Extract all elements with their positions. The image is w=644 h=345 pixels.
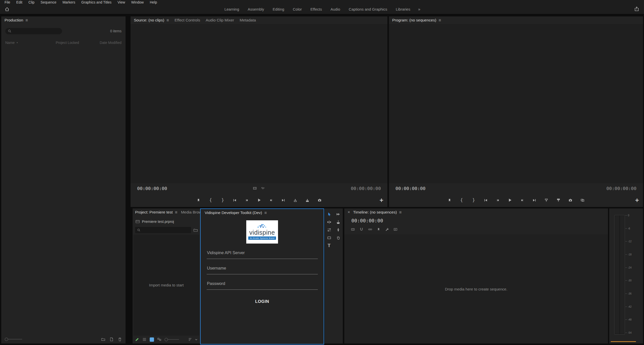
menu-file[interactable]: File <box>2 0 13 5</box>
comparison-view-icon[interactable] <box>579 197 586 203</box>
workspace-tab-assembly[interactable]: Assembly <box>243 5 268 13</box>
workspace-tab-color[interactable]: Color <box>289 5 306 13</box>
api-server-field[interactable] <box>207 250 318 259</box>
list-view-icon[interactable] <box>142 337 146 341</box>
hand-tool-icon[interactable] <box>335 234 342 241</box>
workspace-tab-libraries[interactable]: Libraries <box>391 5 415 13</box>
column-header-date-modified[interactable]: Date Modified <box>100 41 121 45</box>
mark-out-button[interactable]: } <box>471 197 477 203</box>
track-select-forward-tool-icon[interactable] <box>335 211 342 218</box>
password-field[interactable] <box>207 281 318 290</box>
sort-icon[interactable] <box>188 337 192 341</box>
menu-graphics-and-titles[interactable]: Graphics and Titles <box>78 0 114 5</box>
column-header-name[interactable]: Name ▼ <box>5 41 56 45</box>
production-search-input[interactable] <box>5 28 62 34</box>
new-bin-icon[interactable] <box>101 337 105 341</box>
tab-production[interactable]: Production ≡ <box>5 18 28 22</box>
drag-video-icon[interactable] <box>253 186 257 190</box>
program-current-timecode[interactable]: 00:00:00:00 <box>395 186 425 191</box>
username-field[interactable] <box>207 265 318 274</box>
home-icon[interactable] <box>4 6 10 13</box>
add-marker-icon[interactable] <box>377 228 380 231</box>
search-bin-folder-icon[interactable] <box>194 228 198 232</box>
zoom-slider-knob[interactable] <box>165 338 168 341</box>
snap-magnet-icon[interactable] <box>359 227 363 231</box>
project-zoom-slider[interactable] <box>165 338 179 341</box>
razor-tool-icon[interactable] <box>335 219 342 225</box>
project-file-row[interactable]: Premiere test.prproj <box>133 216 200 225</box>
source-current-timecode[interactable]: 00:00:00:00 <box>137 186 167 191</box>
step-forward-icon[interactable] <box>268 197 274 203</box>
program-button-editor-plus[interactable]: + <box>635 196 639 204</box>
share-export-icon[interactable] <box>634 6 639 12</box>
go-to-in-icon[interactable] <box>232 197 238 203</box>
menu-window[interactable]: Window <box>128 0 147 5</box>
add-marker-icon[interactable] <box>446 197 452 203</box>
tab-timeline[interactable]: Timeline: (no sequences) ≡ <box>353 210 402 215</box>
menu-help[interactable]: Help <box>147 0 160 5</box>
project-empty-list[interactable]: Import media to start <box>134 235 199 335</box>
program-panel-menu-icon[interactable]: ≡ <box>439 18 441 22</box>
slip-tool-icon[interactable] <box>326 226 332 233</box>
go-to-out-icon[interactable] <box>280 197 286 203</box>
tab-program[interactable]: Program: (no sequences) ≡ <box>392 18 441 22</box>
export-frame-icon[interactable] <box>317 197 323 203</box>
new-item-icon[interactable] <box>109 337 114 341</box>
tab-effect-controls[interactable]: Effect Controls <box>175 18 200 22</box>
extract-icon[interactable] <box>555 197 561 203</box>
project-search-field[interactable] <box>142 228 189 232</box>
trash-icon[interactable] <box>118 337 122 341</box>
menu-clip[interactable]: Clip <box>25 0 38 5</box>
login-button[interactable]: LOGIN <box>254 299 271 304</box>
timeline-playhead-timecode[interactable]: 00:00:00:00 <box>344 216 608 224</box>
mark-in-button[interactable]: { <box>458 197 465 203</box>
rectangle-tool-icon[interactable] <box>326 234 332 241</box>
menu-sequence[interactable]: Sequence <box>38 0 59 5</box>
drag-audio-icon[interactable] <box>261 186 265 190</box>
linked-selection-icon[interactable] <box>368 227 372 231</box>
vidispine-panel-menu-icon[interactable]: ≡ <box>264 211 267 215</box>
production-search-field[interactable] <box>13 29 59 33</box>
pen-tool-icon[interactable] <box>335 226 342 233</box>
tab-vidispine-toolkit[interactable]: Vidispine Developer Toolkit (Dev) ≡ <box>205 210 267 215</box>
icon-view-button[interactable] <box>150 337 154 342</box>
ripple-edit-tool-icon[interactable] <box>326 219 332 225</box>
export-frame-icon[interactable] <box>567 197 573 203</box>
play-button-icon[interactable] <box>256 197 262 203</box>
menu-edit[interactable]: Edit <box>13 0 25 5</box>
insert-as-nest-icon[interactable] <box>351 227 355 231</box>
menu-view[interactable]: View <box>114 0 128 5</box>
project-search-input[interactable] <box>135 227 191 233</box>
overwrite-icon[interactable] <box>304 197 311 203</box>
menu-markers[interactable]: Markers <box>59 0 78 5</box>
tab-audio-clip-mixer[interactable]: Audio Clip Mixer <box>206 18 234 22</box>
workspace-tab-learning[interactable]: Learning <box>220 5 243 13</box>
timeline-panel-menu-icon[interactable]: ≡ <box>399 210 402 215</box>
freeform-view-icon[interactable] <box>157 337 161 341</box>
type-tool-icon[interactable]: T <box>326 242 332 249</box>
close-icon[interactable]: × <box>348 210 350 215</box>
step-forward-icon[interactable] <box>519 197 525 203</box>
production-panel-menu-icon[interactable]: ≡ <box>25 18 28 22</box>
timeline-drop-area[interactable]: Drop media here to create sequence. <box>344 234 608 343</box>
selection-tool-icon[interactable] <box>326 211 332 218</box>
tab-metadata[interactable]: Metadata <box>240 18 256 22</box>
insert-icon[interactable] <box>292 197 298 203</box>
column-header-project-locked[interactable]: Project Locked <box>56 41 96 45</box>
workspace-overflow-chevron[interactable]: » <box>415 5 424 13</box>
tab-project[interactable]: Project: Premiere test ≡ <box>135 210 177 215</box>
writable-pencil-icon[interactable] <box>135 337 139 341</box>
mark-in-button[interactable]: { <box>208 197 214 203</box>
play-button-icon[interactable] <box>507 197 513 203</box>
workspace-tab-effects[interactable]: Effects <box>306 5 326 13</box>
timeline-settings-wrench-icon[interactable] <box>385 227 389 231</box>
workspace-tab-captions-and-graphics[interactable]: Captions and Graphics <box>345 5 392 13</box>
production-zoom-slider[interactable] <box>5 338 22 341</box>
workspace-tab-audio[interactable]: Audio <box>326 5 344 13</box>
step-back-icon[interactable] <box>244 197 250 203</box>
step-back-icon[interactable] <box>495 197 501 203</box>
go-to-in-icon[interactable] <box>483 197 489 203</box>
project-panel-menu-icon[interactable]: ≡ <box>175 210 177 215</box>
zoom-slider-knob[interactable] <box>5 338 8 341</box>
tab-source[interactable]: Source: (no clips) ≡ <box>134 18 169 22</box>
